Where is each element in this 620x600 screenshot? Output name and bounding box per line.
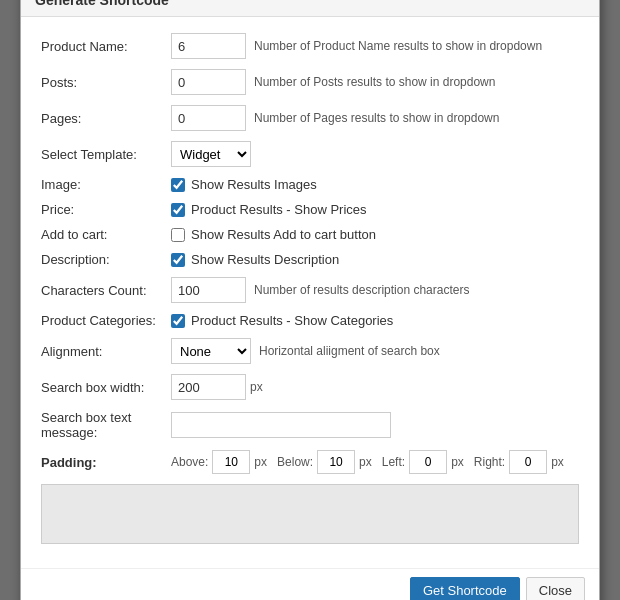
padding-left-input[interactable]	[409, 450, 447, 474]
characters-count-desc: Number of results description characters	[254, 283, 469, 297]
padding-left-unit: px	[451, 455, 464, 469]
add-to-cart-checkbox-label: Show Results Add to cart button	[191, 227, 376, 242]
product-name-row: Product Name: Number of Product Name res…	[41, 33, 579, 59]
product-categories-checkbox[interactable]	[171, 314, 185, 328]
padding-below-input[interactable]	[317, 450, 355, 474]
search-box-width-input[interactable]	[171, 374, 246, 400]
add-to-cart-checkbox[interactable]	[171, 228, 185, 242]
posts-label: Posts:	[41, 75, 171, 90]
product-categories-checkbox-row: Product Results - Show Categories	[171, 313, 393, 328]
add-to-cart-row: Add to cart: Show Results Add to cart bu…	[41, 227, 579, 242]
padding-below-unit: px	[359, 455, 372, 469]
padding-right-unit: px	[551, 455, 564, 469]
alignment-desc: Horizontal aliigment of search box	[259, 344, 440, 358]
product-name-desc: Number of Product Name results to show i…	[254, 39, 542, 53]
padding-below-label: Below:	[277, 455, 313, 469]
search-box-width-row: Search box width: px	[41, 374, 579, 400]
close-button[interactable]: Close	[526, 577, 585, 600]
product-categories-row: Product Categories: Product Results - Sh…	[41, 313, 579, 328]
padding-row: Padding: Above: px Below: px Left: px Ri…	[41, 450, 579, 474]
search-box-width-label: Search box width:	[41, 380, 171, 395]
description-row: Description: Show Results Description	[41, 252, 579, 267]
description-label: Description:	[41, 252, 171, 267]
search-box-text-message-input[interactable]	[171, 412, 391, 438]
preview-box	[41, 484, 579, 544]
image-checkbox-label: Show Results Images	[191, 177, 317, 192]
price-row: Price: Product Results - Show Prices	[41, 202, 579, 217]
padding-right-input[interactable]	[509, 450, 547, 474]
product-categories-label: Product Categories:	[41, 313, 171, 328]
get-shortcode-button[interactable]: Get Shortcode	[410, 577, 520, 600]
search-box-width-unit: px	[250, 380, 263, 394]
modal-footer: Get Shortcode Close	[21, 568, 599, 600]
select-template-dropdown[interactable]: Widget Classic Custom	[171, 141, 251, 167]
image-label: Image:	[41, 177, 171, 192]
padding-left-label: Left:	[382, 455, 405, 469]
image-checkbox[interactable]	[171, 178, 185, 192]
modal-overlay: Generate Shortcode Product Name: Number …	[0, 0, 620, 600]
posts-desc: Number of Posts results to show in dropd…	[254, 75, 495, 89]
pages-row: Pages: Number of Pages results to show i…	[41, 105, 579, 131]
search-box-text-message-row: Search box text message:	[41, 410, 579, 440]
characters-count-label: Characters Count:	[41, 283, 171, 298]
padding-inputs: Above: px Below: px Left: px Right: px	[171, 450, 570, 474]
price-checkbox[interactable]	[171, 203, 185, 217]
padding-above-label: Above:	[171, 455, 208, 469]
pages-label: Pages:	[41, 111, 171, 126]
modal-body: Product Name: Number of Product Name res…	[21, 17, 599, 568]
description-checkbox[interactable]	[171, 253, 185, 267]
pages-input[interactable]	[171, 105, 246, 131]
search-box-text-message-label: Search box text message:	[41, 410, 171, 440]
add-to-cart-label: Add to cart:	[41, 227, 171, 242]
image-row: Image: Show Results Images	[41, 177, 579, 192]
alignment-dropdown[interactable]: None Left Center Right	[171, 338, 251, 364]
alignment-row: Alignment: None Left Center Right Horizo…	[41, 338, 579, 364]
image-checkbox-row: Show Results Images	[171, 177, 317, 192]
price-checkbox-row: Product Results - Show Prices	[171, 202, 367, 217]
posts-row: Posts: Number of Posts results to show i…	[41, 69, 579, 95]
description-checkbox-label: Show Results Description	[191, 252, 339, 267]
price-label: Price:	[41, 202, 171, 217]
alignment-label: Alignment:	[41, 344, 171, 359]
posts-input[interactable]	[171, 69, 246, 95]
select-template-row: Select Template: Widget Classic Custom	[41, 141, 579, 167]
select-template-label: Select Template:	[41, 147, 171, 162]
pages-desc: Number of Pages results to show in dropd…	[254, 111, 499, 125]
characters-count-row: Characters Count: Number of results desc…	[41, 277, 579, 303]
product-name-input[interactable]	[171, 33, 246, 59]
price-checkbox-label: Product Results - Show Prices	[191, 202, 367, 217]
modal-title: Generate Shortcode	[21, 0, 599, 17]
characters-count-input[interactable]	[171, 277, 246, 303]
add-to-cart-checkbox-row: Show Results Add to cart button	[171, 227, 376, 242]
padding-right-label: Right:	[474, 455, 505, 469]
padding-above-unit: px	[254, 455, 267, 469]
product-categories-checkbox-label: Product Results - Show Categories	[191, 313, 393, 328]
padding-label: Padding:	[41, 455, 171, 470]
product-name-label: Product Name:	[41, 39, 171, 54]
modal-dialog: Generate Shortcode Product Name: Number …	[20, 0, 600, 600]
padding-above-input[interactable]	[212, 450, 250, 474]
description-checkbox-row: Show Results Description	[171, 252, 339, 267]
